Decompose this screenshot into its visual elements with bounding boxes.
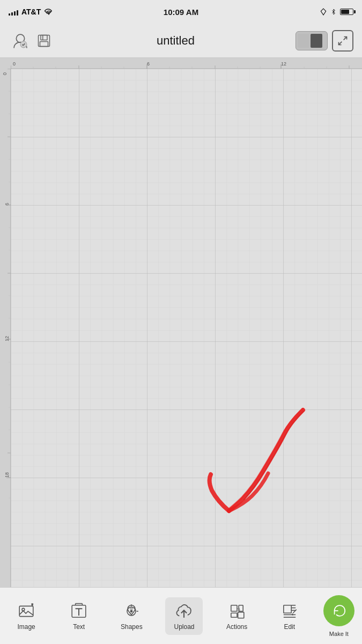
save-button[interactable] (32, 29, 56, 53)
view-toggle-button[interactable] (295, 31, 328, 50)
wifi-icon (44, 8, 54, 16)
main-toolbar: untitled (0, 24, 362, 58)
shapes-label: Shapes (121, 623, 143, 631)
make-it-label: Make It (329, 631, 349, 637)
make-it-container: Make It (323, 595, 354, 637)
expand-button[interactable] (332, 30, 353, 52)
svg-rect-73 (231, 605, 237, 611)
ruler-corner (0, 58, 11, 69)
battery-icon (340, 9, 353, 15)
edit-button[interactable]: Edit (271, 597, 308, 635)
profile-icon (11, 32, 29, 50)
svg-text:0: 0 (13, 61, 16, 67)
ruler-left: 0 6 12 18 (0, 69, 11, 587)
svg-text:12: 12 (281, 61, 286, 67)
status-bar: AT&T 10:09 AM (0, 0, 362, 24)
upload-button[interactable]: Upload (165, 597, 203, 635)
svg-rect-4 (41, 35, 47, 40)
svg-point-71 (130, 606, 133, 610)
text-label: Text (73, 623, 85, 631)
image-icon (17, 602, 36, 621)
svg-rect-74 (231, 613, 237, 617)
save-icon (36, 33, 52, 49)
svg-rect-56 (19, 606, 33, 616)
image-button[interactable]: Image (8, 597, 45, 635)
carrier-label: AT&T (21, 8, 41, 16)
svg-text:6: 6 (147, 61, 150, 67)
edit-label: Edit (284, 623, 295, 631)
bluetooth-icon (330, 8, 337, 16)
shapes-button[interactable]: Shapes (113, 597, 150, 635)
svg-rect-5 (40, 41, 48, 46)
svg-point-0 (48, 13, 49, 14)
ruler-top: 0 6 12 (11, 58, 362, 69)
actions-button[interactable]: Actions (218, 597, 256, 635)
make-it-icon (331, 603, 346, 618)
upload-label: Upload (174, 623, 194, 631)
battery-fill (341, 10, 349, 14)
actions-icon (227, 602, 247, 621)
status-left: AT&T (9, 8, 54, 16)
signal-bars-icon (9, 8, 18, 16)
svg-text:0: 0 (2, 72, 8, 75)
canvas-area[interactable]: 0 6 12 0 6 (0, 58, 362, 587)
toolbar-right (295, 30, 353, 52)
edit-icon (280, 602, 299, 621)
grid-svg (11, 69, 362, 587)
image-label: Image (17, 623, 35, 631)
svg-rect-11 (11, 69, 362, 587)
document-title: untitled (56, 34, 295, 48)
svg-point-68 (130, 610, 133, 612)
svg-line-8 (339, 41, 342, 45)
status-time: 10:09 AM (164, 8, 198, 17)
shapes-icon (122, 602, 141, 621)
make-it-button[interactable] (323, 595, 354, 626)
expand-icon (337, 35, 348, 46)
bottom-toolbar: Image Text Sh (0, 587, 362, 644)
upload-icon (174, 602, 194, 621)
location-icon (320, 8, 327, 16)
text-icon (69, 602, 88, 621)
svg-text:12: 12 (4, 336, 10, 341)
svg-line-7 (344, 36, 347, 40)
status-right (320, 8, 353, 16)
svg-text:18: 18 (4, 472, 10, 478)
svg-rect-79 (284, 605, 291, 612)
svg-rect-76 (238, 612, 243, 618)
text-button[interactable]: Text (60, 597, 98, 635)
actions-label: Actions (226, 623, 247, 631)
profile-button[interactable] (9, 29, 32, 53)
